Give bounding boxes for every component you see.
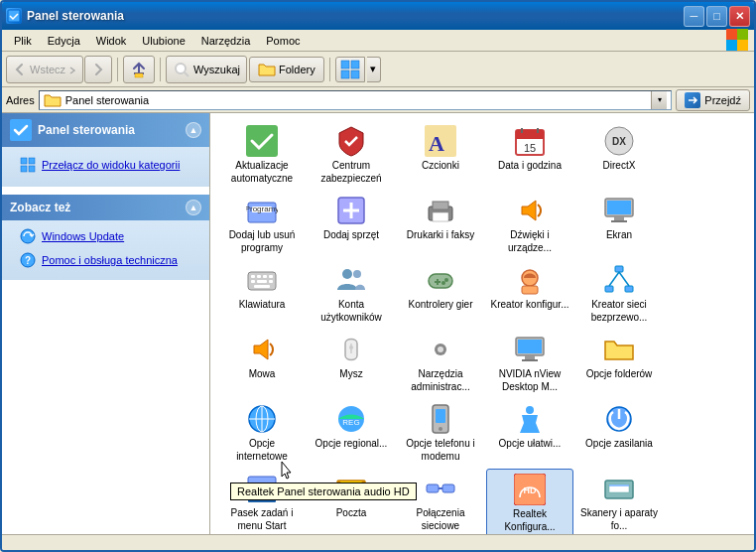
svg-rect-41 [614,216,624,220]
back-label: Wstecz [30,64,65,75]
icon-mail-icon [335,473,367,504]
view-button[interactable] [335,57,365,82]
cp-icon-17[interactable]: Narzędzia administrac... [397,330,484,397]
menu-pomoc[interactable]: Pomoc [258,33,308,49]
cp-icon-12[interactable]: Kontrolery gier [397,260,484,328]
svg-point-69 [438,346,443,352]
view-dropdown[interactable]: ▾ [367,57,381,82]
cp-icon-5[interactable]: ProgramyDodaj lub usuń programy [218,191,306,258]
svg-point-58 [441,281,445,285]
svg-rect-71 [518,340,542,353]
address-bar: Adres Panel sterowania ▾ Przejdź [2,87,754,113]
cp-icon-4[interactable]: DXDirectX [575,121,663,189]
cp-icon-label-2: Czcionki [422,159,459,172]
sidebar-panel-title: Panel sterowania [38,123,135,137]
menu-edycja[interactable]: Edycja [40,33,88,49]
cp-icon-1[interactable]: Centrum zabezpieczeń [308,121,395,189]
cp-icon-23[interactable]: Opcje ułatwi... [486,399,573,467]
up-button[interactable] [123,56,155,83]
cp-icon-26[interactable]: Poczta [308,469,395,534]
cp-icon-28[interactable]: HDRealtek Konfigura... [486,469,573,534]
icon-phone-icon [425,403,456,435]
cp-icon-label-29: Skanery i aparaty fo... [579,506,659,532]
address-combo-arrow[interactable]: ▾ [651,91,667,109]
maximize-button[interactable]: □ [706,6,727,27]
svg-rect-87 [248,496,276,502]
sidebar-link-help[interactable]: ? Pomoc i obsługa techniczna [2,248,209,272]
close-button[interactable]: ✕ [729,6,750,27]
menu-ulubione[interactable]: Ulubione [134,33,192,49]
sidebar-switch-view[interactable]: Przełącz do widoku kategorii [2,153,209,177]
cp-icon-11[interactable]: Konta użytkowników [308,260,395,328]
window-title: Panel sterowania [27,9,124,23]
cp-icon-16[interactable]: Mysz [308,330,395,397]
cp-icon-2[interactable]: ACzcionki [397,121,484,189]
search-button[interactable]: Wyszukaj [166,56,247,83]
cp-icon-label-10: Klawiatura [239,298,286,311]
menu-narzedzia[interactable]: Narzędzia [193,33,259,49]
cp-icon-10[interactable]: Klawiatura [218,260,306,328]
help-label: Pomoc i obsługa techniczna [42,254,178,266]
svg-rect-1 [726,29,737,40]
cp-icon-21[interactable]: REGOpcje regional... [308,399,395,467]
cp-icon-18[interactable]: NVIDIA nView Desktop M... [486,330,573,397]
address-value: Panel sterowania [65,94,149,106]
cp-icon-label-17: Narzędzia administrac... [401,367,480,393]
icon-add-remove-icon: Programy [246,195,278,226]
cp-icon-29[interactable]: Skanery i aparaty fo... [575,469,663,534]
cp-icon-label-28: Realtek Konfigura... [491,507,568,533]
cp-icon-14[interactable]: Kreator sieci bezprzewo... [575,260,663,328]
menu-widok[interactable]: Widok [88,33,135,49]
icon-realtek-icon: HD [514,474,546,505]
svg-line-64 [609,272,619,286]
cp-icon-label-26: Poczta [336,506,367,519]
cp-icon-20[interactable]: Opcje internetowe [218,399,306,467]
cp-icon-3[interactable]: 15Data i godzina [486,121,573,189]
cp-icon-19[interactable]: Opcje folderów [575,330,663,397]
cp-icon-label-6: Dodaj sprzęt [323,228,379,241]
window: Panel sterowania ─ □ ✕ Plik Edycja Widok… [0,0,756,552]
cp-icon-8[interactable]: Dźwięki i urządze... [486,191,573,258]
cp-icon-0[interactable]: Aktualizacje automatyczne [218,121,306,189]
svg-rect-48 [251,280,255,283]
address-input[interactable]: Panel sterowania ▾ [39,90,673,110]
cp-icon-25[interactable]: Pasek zadań i menu Start [218,469,306,534]
svg-rect-5 [135,73,143,77]
title-buttons: ─ □ ✕ [684,6,750,27]
svg-rect-38 [433,212,448,221]
cp-icon-13[interactable]: Kreator konfigur... [486,260,573,328]
forward-button[interactable] [84,56,112,83]
icon-connections-icon [425,473,456,504]
toolbar-separator-3 [329,58,330,81]
svg-rect-72 [525,355,535,359]
icons-area: Aktualizacje automatyczneCentrum zabezpi… [210,113,754,534]
folders-button[interactable]: Foldery [249,57,324,82]
cp-icon-24[interactable]: Opcje zasilania [575,399,663,467]
icon-date-icon: 15 [514,125,546,157]
cp-icon-label-5: Dodaj lub usuń programy [222,228,302,254]
cp-icon-22[interactable]: Opcje telefonu i modemu [397,399,484,467]
cp-icon-15[interactable]: Mowa [218,330,306,397]
see-also-header[interactable]: Zobacz też ▲ [2,195,209,220]
cp-icon-6[interactable]: Dodaj sprzęt [308,191,395,258]
go-button[interactable]: Przejdź [676,89,750,111]
cp-icon-7[interactable]: Drukarki i faksy [397,191,484,258]
svg-rect-63 [625,286,633,292]
back-button[interactable]: Wstecz [6,56,83,83]
cp-icon-27[interactable]: Połączenia sieciowe [397,469,484,534]
svg-point-6 [176,64,186,73]
collapse-panel-button[interactable]: ▲ [186,122,201,138]
menu-plik[interactable]: Plik [6,33,40,49]
cp-icon-9[interactable]: Ekran [575,191,663,258]
svg-point-52 [342,269,352,279]
see-also-section: Zobacz też ▲ Windows Update [2,195,209,280]
sidebar-panel-header[interactable]: Panel sterowania ▲ [2,113,209,147]
icon-globe-icon [246,403,278,435]
collapse-see-also-button[interactable]: ▲ [186,200,201,215]
icon-monitor-icon [514,334,546,365]
svg-rect-8 [341,61,349,69]
cp-icon-label-8: Dźwięki i urządze... [490,228,569,254]
icon-scanner-icon [603,473,635,504]
minimize-button[interactable]: ─ [684,6,704,27]
sidebar-link-windows-update[interactable]: Windows Update [2,224,209,248]
